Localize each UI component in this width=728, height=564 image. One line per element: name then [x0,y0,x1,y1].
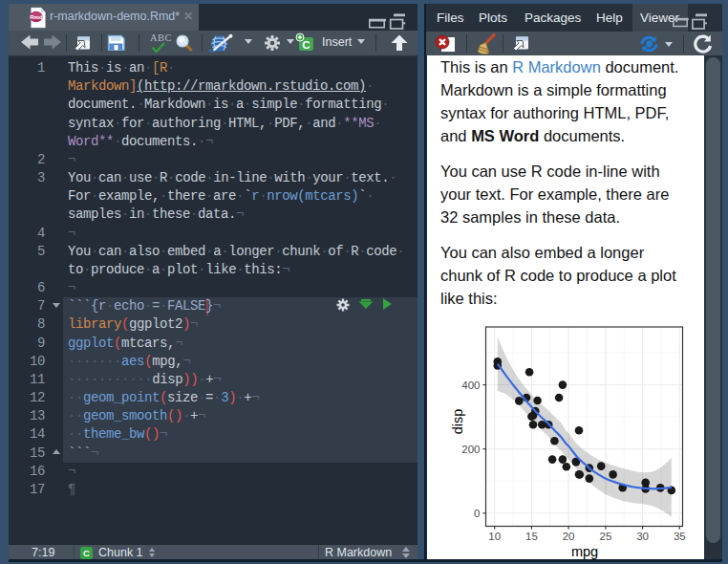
svg-text:Rmd: Rmd [30,14,43,20]
svg-text:35: 35 [674,531,686,542]
svg-text:C: C [83,548,90,558]
svg-text:disp: disp [450,409,465,435]
svg-text:15: 15 [525,531,538,542]
svg-text:0: 0 [474,508,480,519]
svg-text:C: C [302,39,310,51]
svg-text:30: 30 [636,531,649,542]
svg-text:20: 20 [563,531,575,542]
svg-text:25: 25 [600,531,612,542]
svg-text:400: 400 [461,380,480,391]
svg-text:10: 10 [488,531,501,542]
svg-text:200: 200 [461,444,480,455]
svg-text:mpg: mpg [571,544,598,559]
